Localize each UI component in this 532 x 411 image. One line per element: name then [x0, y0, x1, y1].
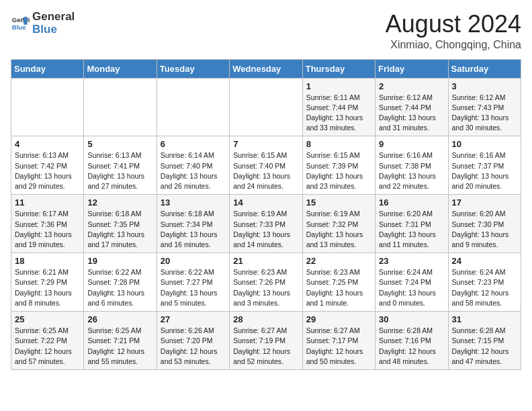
- calendar-cell: 15Sunrise: 6:19 AM Sunset: 7:32 PM Dayli…: [302, 195, 375, 253]
- calendar-cell: 26Sunrise: 6:25 AM Sunset: 7:21 PM Dayli…: [84, 312, 157, 370]
- calendar-cell: 27Sunrise: 6:26 AM Sunset: 7:20 PM Dayli…: [157, 312, 229, 370]
- calendar-cell: 19Sunrise: 6:22 AM Sunset: 7:28 PM Dayli…: [84, 253, 157, 312]
- header: General Blue General Blue August 2024 Xi…: [11, 11, 521, 51]
- day-number: 31: [452, 314, 517, 324]
- day-info: Sunrise: 6:13 AM Sunset: 7:41 PM Dayligh…: [87, 150, 152, 191]
- day-info: Sunrise: 6:28 AM Sunset: 7:15 PM Dayligh…: [452, 326, 517, 367]
- calendar-cell: 18Sunrise: 6:21 AM Sunset: 7:29 PM Dayli…: [11, 253, 84, 312]
- day-number: 4: [15, 139, 80, 149]
- day-number: 25: [15, 314, 80, 324]
- logo: General Blue General Blue: [11, 11, 75, 36]
- calendar-cell: 3Sunrise: 6:12 AM Sunset: 7:43 PM Daylig…: [448, 78, 521, 136]
- day-number: 29: [306, 314, 371, 324]
- calendar-cell: 25Sunrise: 6:25 AM Sunset: 7:22 PM Dayli…: [11, 312, 84, 370]
- day-info: Sunrise: 6:23 AM Sunset: 7:25 PM Dayligh…: [306, 267, 371, 308]
- calendar-cell: 21Sunrise: 6:23 AM Sunset: 7:26 PM Dayli…: [230, 253, 302, 312]
- calendar-cell: 2Sunrise: 6:12 AM Sunset: 7:44 PM Daylig…: [375, 78, 448, 136]
- day-number: 14: [233, 197, 298, 208]
- calendar-cell: 8Sunrise: 6:15 AM Sunset: 7:39 PM Daylig…: [302, 136, 375, 195]
- calendar-cell: 14Sunrise: 6:19 AM Sunset: 7:33 PM Dayli…: [230, 195, 302, 253]
- day-info: Sunrise: 6:26 AM Sunset: 7:20 PM Dayligh…: [161, 326, 226, 367]
- calendar-cell: 20Sunrise: 6:22 AM Sunset: 7:27 PM Dayli…: [157, 253, 229, 312]
- day-number: 1: [306, 81, 371, 91]
- calendar-week-row: 4Sunrise: 6:13 AM Sunset: 7:42 PM Daylig…: [11, 136, 521, 195]
- calendar-cell: 28Sunrise: 6:27 AM Sunset: 7:19 PM Dayli…: [230, 312, 302, 370]
- day-info: Sunrise: 6:20 AM Sunset: 7:30 PM Dayligh…: [452, 209, 517, 250]
- calendar-cell: [11, 78, 84, 136]
- logo-blue-text: Blue: [32, 24, 75, 36]
- calendar-cell: 30Sunrise: 6:28 AM Sunset: 7:16 PM Dayli…: [375, 312, 448, 370]
- title-area: August 2024 Xinmiao, Chongqing, China: [386, 11, 521, 51]
- column-header-tuesday: Tuesday: [157, 59, 229, 78]
- day-info: Sunrise: 6:18 AM Sunset: 7:35 PM Dayligh…: [87, 209, 152, 250]
- day-number: 9: [379, 139, 444, 149]
- column-header-thursday: Thursday: [302, 59, 375, 78]
- day-info: Sunrise: 6:12 AM Sunset: 7:44 PM Dayligh…: [379, 93, 444, 134]
- day-info: Sunrise: 6:21 AM Sunset: 7:29 PM Dayligh…: [15, 267, 80, 308]
- day-number: 17: [452, 197, 517, 208]
- day-info: Sunrise: 6:28 AM Sunset: 7:16 PM Dayligh…: [379, 326, 444, 367]
- day-number: 2: [379, 81, 444, 91]
- day-number: 6: [161, 139, 226, 149]
- calendar-cell: 4Sunrise: 6:13 AM Sunset: 7:42 PM Daylig…: [11, 136, 84, 195]
- calendar-cell: [84, 78, 157, 136]
- day-info: Sunrise: 6:13 AM Sunset: 7:42 PM Dayligh…: [15, 150, 80, 191]
- calendar-week-row: 25Sunrise: 6:25 AM Sunset: 7:22 PM Dayli…: [11, 312, 521, 370]
- calendar-cell: 17Sunrise: 6:20 AM Sunset: 7:30 PM Dayli…: [448, 195, 521, 253]
- calendar-week-row: 11Sunrise: 6:17 AM Sunset: 7:36 PM Dayli…: [11, 195, 521, 253]
- day-info: Sunrise: 6:11 AM Sunset: 7:44 PM Dayligh…: [306, 93, 371, 134]
- day-number: 28: [233, 314, 298, 324]
- svg-marker-2: [24, 19, 27, 25]
- day-info: Sunrise: 6:12 AM Sunset: 7:43 PM Dayligh…: [452, 93, 517, 134]
- day-number: 22: [306, 256, 371, 266]
- calendar-cell: 23Sunrise: 6:24 AM Sunset: 7:24 PM Dayli…: [375, 253, 448, 312]
- day-info: Sunrise: 6:19 AM Sunset: 7:33 PM Dayligh…: [233, 209, 298, 250]
- day-info: Sunrise: 6:16 AM Sunset: 7:38 PM Dayligh…: [379, 150, 444, 191]
- day-number: 11: [15, 197, 80, 208]
- day-info: Sunrise: 6:16 AM Sunset: 7:37 PM Dayligh…: [452, 150, 517, 191]
- day-info: Sunrise: 6:23 AM Sunset: 7:26 PM Dayligh…: [233, 267, 298, 308]
- calendar-cell: [157, 78, 229, 136]
- calendar-cell: [230, 78, 302, 136]
- logo-general-text: General: [32, 11, 75, 24]
- day-info: Sunrise: 6:27 AM Sunset: 7:17 PM Dayligh…: [306, 326, 371, 367]
- day-info: Sunrise: 6:14 AM Sunset: 7:40 PM Dayligh…: [161, 150, 226, 191]
- day-number: 3: [452, 81, 517, 91]
- day-number: 13: [161, 197, 226, 208]
- column-header-sunday: Sunday: [11, 59, 84, 78]
- calendar-header-row: SundayMondayTuesdayWednesdayThursdayFrid…: [11, 59, 521, 78]
- day-number: 12: [87, 197, 152, 208]
- calendar-cell: 12Sunrise: 6:18 AM Sunset: 7:35 PM Dayli…: [84, 195, 157, 253]
- day-number: 23: [379, 256, 444, 266]
- day-info: Sunrise: 6:15 AM Sunset: 7:40 PM Dayligh…: [233, 150, 298, 191]
- day-info: Sunrise: 6:24 AM Sunset: 7:23 PM Dayligh…: [452, 267, 517, 308]
- calendar-cell: 9Sunrise: 6:16 AM Sunset: 7:38 PM Daylig…: [375, 136, 448, 195]
- day-info: Sunrise: 6:25 AM Sunset: 7:21 PM Dayligh…: [87, 326, 152, 367]
- day-number: 24: [452, 256, 517, 266]
- calendar-cell: 11Sunrise: 6:17 AM Sunset: 7:36 PM Dayli…: [11, 195, 84, 253]
- day-info: Sunrise: 6:22 AM Sunset: 7:27 PM Dayligh…: [161, 267, 226, 308]
- logo-icon: General Blue: [11, 14, 30, 33]
- day-number: 7: [233, 139, 298, 149]
- day-number: 18: [15, 256, 80, 266]
- calendar-cell: 1Sunrise: 6:11 AM Sunset: 7:44 PM Daylig…: [302, 78, 375, 136]
- day-number: 20: [161, 256, 226, 266]
- calendar-week-row: 18Sunrise: 6:21 AM Sunset: 7:29 PM Dayli…: [11, 253, 521, 312]
- day-info: Sunrise: 6:22 AM Sunset: 7:28 PM Dayligh…: [87, 267, 152, 308]
- day-number: 8: [306, 139, 371, 149]
- day-info: Sunrise: 6:25 AM Sunset: 7:22 PM Dayligh…: [15, 326, 80, 367]
- calendar-cell: 5Sunrise: 6:13 AM Sunset: 7:41 PM Daylig…: [84, 136, 157, 195]
- day-info: Sunrise: 6:19 AM Sunset: 7:32 PM Dayligh…: [306, 209, 371, 250]
- column-header-friday: Friday: [375, 59, 448, 78]
- calendar-cell: 16Sunrise: 6:20 AM Sunset: 7:31 PM Dayli…: [375, 195, 448, 253]
- calendar-cell: 31Sunrise: 6:28 AM Sunset: 7:15 PM Dayli…: [448, 312, 521, 370]
- day-info: Sunrise: 6:27 AM Sunset: 7:19 PM Dayligh…: [233, 326, 298, 367]
- month-year: August 2024: [386, 11, 521, 38]
- location: Xinmiao, Chongqing, China: [386, 39, 521, 51]
- day-info: Sunrise: 6:18 AM Sunset: 7:34 PM Dayligh…: [161, 209, 226, 250]
- day-number: 27: [161, 314, 226, 324]
- day-number: 26: [87, 314, 152, 324]
- calendar-cell: 22Sunrise: 6:23 AM Sunset: 7:25 PM Dayli…: [302, 253, 375, 312]
- day-number: 10: [452, 139, 517, 149]
- column-header-monday: Monday: [84, 59, 157, 78]
